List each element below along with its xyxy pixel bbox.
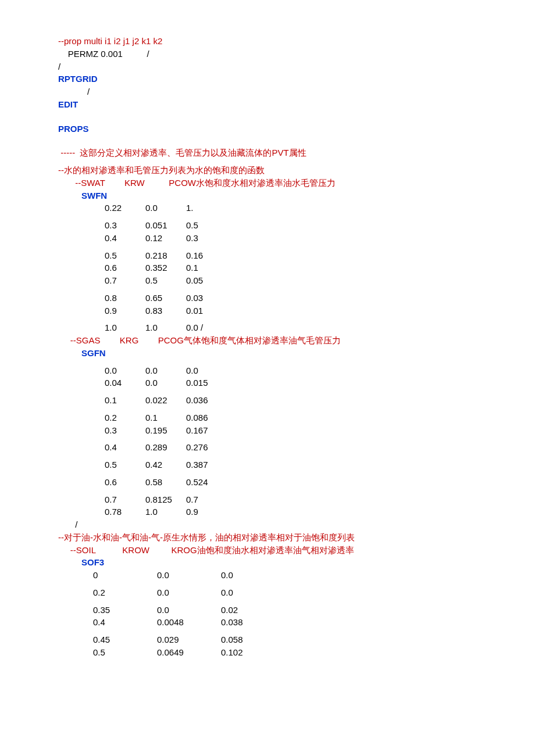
comment-oil: --对于油-水和油-气和油-气-原生水情形，油的相对渗透率相对于油饱和度列表 [58, 531, 535, 544]
soil-cell: 0.4 [93, 616, 157, 629]
krw-cell: 0.5 [145, 274, 186, 287]
table-row: 0.50.06490.102 [93, 646, 535, 659]
krg-cell: 1.0 [145, 506, 186, 518]
table-row: 0.220.01. [105, 202, 535, 214]
pcog-cell: 0.086 [186, 411, 227, 424]
krog-cell: 0.058 [221, 633, 285, 646]
table-row: 0.90.830.01 [105, 304, 535, 317]
krg-cell: 0.289 [145, 441, 186, 454]
krow-cell: 0.0 [157, 604, 221, 617]
comment-swat: --SWAT KRW PCOW水饱和度水相对渗透率油水毛管压力 [58, 177, 535, 189]
krog-cell: 0.02 [221, 604, 285, 617]
krg-cell: 0.022 [145, 394, 186, 407]
table-row: 0.60.3520.1 [105, 261, 535, 274]
sgas-cell: 0.1 [105, 394, 145, 407]
pcog-cell: 0.0 [186, 364, 227, 377]
soil-cell: 0.2 [93, 586, 157, 599]
comment-soil: --SOIL KROW KROG油饱和度油水相对渗透率油气相对渗透率 [58, 544, 535, 557]
krg-cell: 0.0 [145, 377, 186, 389]
swat-cell: 0.4 [105, 232, 145, 245]
krw-cell: 1.0 [145, 321, 186, 334]
krw-cell: 0.12 [145, 232, 186, 245]
table-row: 1.01.00.0 / [105, 321, 535, 334]
sof3-table: 00.00.0 0.20.00.0 0.350.00.02 0.40.00480… [93, 569, 535, 659]
keyword-sgfn: SGFN [81, 347, 535, 360]
pcog-cell: 0.036 [186, 394, 227, 407]
pcog-cell: 0.015 [186, 377, 227, 389]
pcow-cell: 0.5 [186, 219, 227, 232]
sgas-cell: 0.0 [105, 364, 145, 377]
sgas-cell: 0.78 [105, 506, 145, 518]
krg-cell: 0.0 [145, 364, 186, 377]
pcow-cell: 0.16 [186, 249, 227, 262]
table-row: 0.80.650.03 [105, 292, 535, 304]
pcog-cell: 0.9 [186, 506, 227, 518]
keyword-swfn: SWFN [81, 189, 535, 202]
pcow-cell: 0.05 [186, 274, 227, 287]
pcog-cell: 0.7 [186, 493, 227, 506]
table-row: 0.50.2180.16 [105, 249, 535, 262]
krog-cell: 0.0 [221, 569, 285, 582]
table-row: 0.20.10.086 [105, 411, 535, 424]
swat-cell: 0.22 [105, 202, 145, 214]
pcow-cell: 0.3 [186, 232, 227, 245]
krw-cell: 0.352 [145, 261, 186, 274]
table-row: 0.040.00.015 [105, 377, 535, 389]
krw-cell: 0.051 [145, 219, 186, 232]
sgas-cell: 0.5 [105, 458, 145, 471]
swat-cell: 0.6 [105, 261, 145, 274]
pcog-cell: 0.276 [186, 441, 227, 454]
pcow-cell: 0.0 / [186, 321, 203, 334]
keyword-sof3: SOF3 [81, 556, 535, 569]
table-row: 0.00.00.0 [105, 364, 535, 377]
table-row: 0.30.1950.167 [105, 424, 535, 437]
table-row: 0.70.81250.7 [105, 493, 535, 506]
table-row: 00.00.0 [93, 569, 535, 582]
swat-cell: 0.3 [105, 219, 145, 232]
krow-cell: 0.029 [157, 633, 221, 646]
keyword-props: PROPS [58, 123, 535, 135]
swat-cell: 0.8 [105, 292, 145, 304]
comment-sgas: --SGAS KRG PCOG气体饱和度气体相对渗透率油气毛管压力 [58, 334, 535, 347]
sgas-cell: 0.4 [105, 441, 145, 454]
sgfn-table: 0.00.00.0 0.040.00.015 0.10.0220.036 0.2… [105, 364, 535, 519]
comment-pvt: ----- 这部分定义相对渗透率、毛管压力以及油藏流体的PVT属性 [58, 146, 535, 159]
krg-cell: 0.195 [145, 424, 186, 437]
krow-cell: 0.0 [157, 569, 221, 582]
pcog-cell: 0.524 [186, 476, 227, 489]
table-row: 0.30.0510.5 [105, 219, 535, 232]
pcow-cell: 0.01 [186, 304, 227, 317]
krog-cell: 0.038 [221, 616, 285, 629]
table-row: 0.40.00480.038 [93, 616, 535, 629]
swat-cell: 0.9 [105, 304, 145, 317]
swat-cell: 1.0 [105, 321, 145, 334]
krow-cell: 0.0048 [157, 616, 221, 629]
keyword-edit: EDIT [58, 98, 535, 111]
pcow-cell: 0.1 [186, 261, 227, 274]
permz-line: PERMZ 0.001 / [58, 48, 535, 60]
krog-cell: 0.102 [221, 646, 285, 659]
table-row: 0.350.00.02 [93, 604, 535, 617]
table-row: 0.450.0290.058 [93, 633, 535, 646]
krg-cell: 0.58 [145, 476, 186, 489]
krog-cell: 0.0 [221, 586, 285, 599]
krg-cell: 0.8125 [145, 493, 186, 506]
soil-cell: 0.35 [93, 604, 157, 617]
pcog-cell: 0.387 [186, 458, 227, 471]
sgas-cell: 0.2 [105, 411, 145, 424]
sgas-cell: 0.7 [105, 493, 145, 506]
krw-cell: 0.65 [145, 292, 186, 304]
pcow-cell: 1. [186, 202, 227, 214]
table-row: 0.50.420.387 [105, 458, 535, 471]
krg-cell: 0.1 [145, 411, 186, 424]
table-row: 0.40.2890.276 [105, 441, 535, 454]
sgfn-close: / [58, 518, 535, 531]
krg-cell: 0.42 [145, 458, 186, 471]
table-row: 0.20.00.0 [93, 586, 535, 599]
table-row: 0.10.0220.036 [105, 394, 535, 407]
table-row: 0.70.50.05 [105, 274, 535, 287]
rptgrid-close: / [58, 85, 535, 98]
krw-cell: 0.83 [145, 304, 186, 317]
swfn-table: 0.220.01. 0.30.0510.5 0.40.120.3 0.50.21… [105, 202, 535, 334]
pcog-cell: 0.167 [186, 424, 227, 437]
